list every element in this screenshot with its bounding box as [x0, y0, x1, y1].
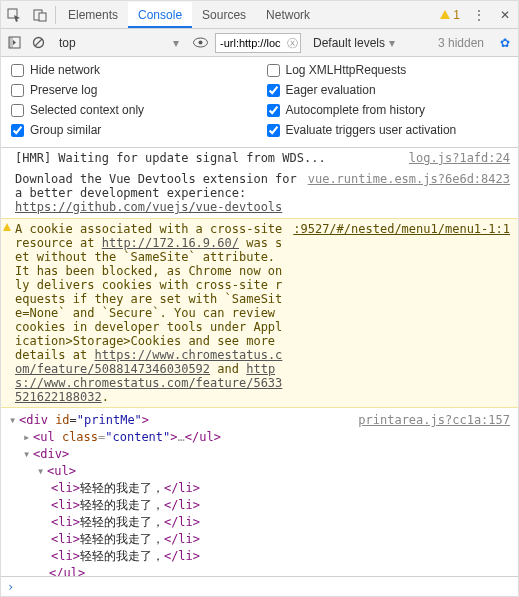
chevron-down-icon: ▾	[389, 36, 395, 50]
sidebar-toggle-icon[interactable]	[5, 34, 23, 52]
execution-context-selector[interactable]: top ▾	[59, 36, 179, 50]
source-link[interactable]: printarea.js?cc1a:157	[358, 412, 510, 429]
message-text: A cookie associated with a cross-site re…	[15, 222, 285, 404]
warning-icon	[440, 10, 450, 19]
tree-row[interactable]: </ul>	[9, 565, 510, 576]
source-link[interactable]: :9527/#/nested/menu1/menu1-1:1	[293, 222, 510, 236]
console-toolbar: top ▾ ⓧ Default levels ▾ 3 hidden ✿	[1, 29, 518, 57]
message-text: Download the Vue Devtools extension for …	[15, 172, 300, 214]
console-message-log: [HMR] Waiting for update signal from WDS…	[1, 148, 518, 169]
warning-icon	[3, 223, 11, 231]
levels-label: Default levels	[313, 36, 385, 50]
tree-row[interactable]: <li>轻轻的我走了，</li>	[9, 514, 510, 531]
hidden-messages-count[interactable]: 3 hidden	[438, 36, 484, 50]
disclosure-triangle-icon[interactable]: ▸	[23, 429, 33, 446]
filter-wrap: ⓧ	[215, 33, 301, 53]
svg-rect-2	[39, 13, 46, 21]
console-settings-panel: Hide network Log XMLHttpRequests Preserv…	[1, 57, 518, 148]
setting-hide-network[interactable]: Hide network	[11, 63, 253, 77]
chevron-down-icon: ▾	[173, 36, 179, 50]
tree-row[interactable]: ▾<div>	[9, 446, 510, 463]
log-levels-selector[interactable]: Default levels ▾	[313, 36, 395, 50]
disclosure-triangle-icon[interactable]: ▾	[9, 412, 19, 429]
message-source: vue.runtime.esm.js?6e6d:8423	[300, 172, 510, 214]
tree-row[interactable]: <li>轻轻的我走了，</li>	[9, 480, 510, 497]
tab-sources[interactable]: Sources	[192, 2, 256, 28]
disclosure-triangle-icon[interactable]: ▾	[37, 463, 47, 480]
setting-eager-eval[interactable]: Eager evaluation	[267, 83, 509, 97]
message-source: log.js?1afd:24	[401, 151, 510, 165]
tree-row[interactable]: <li>轻轻的我走了，</li>	[9, 548, 510, 565]
message-source: :9527/#/nested/menu1/menu1-1:1	[285, 222, 510, 404]
setting-eval-user-activation[interactable]: Evaluate triggers user activation	[267, 123, 509, 137]
tab-console[interactable]: Console	[128, 2, 192, 28]
inspect-icon[interactable]	[1, 2, 27, 28]
context-name: top	[59, 36, 169, 50]
clear-filter-icon[interactable]: ⓧ	[287, 36, 298, 51]
prompt-arrow-icon: ›	[7, 580, 14, 594]
tab-elements[interactable]: Elements	[58, 2, 128, 28]
gear-icon[interactable]: ✿	[496, 34, 514, 52]
setting-group-similar[interactable]: Group similar	[11, 123, 253, 137]
console-prompt[interactable]: ›	[1, 576, 518, 596]
console-message-warning: A cookie associated with a cross-site re…	[1, 218, 518, 408]
more-icon[interactable]: ⋮	[466, 2, 492, 28]
source-link[interactable]: vue.runtime.esm.js?6e6d:8423	[308, 172, 510, 186]
setting-autocomplete[interactable]: Autocomplete from history	[267, 103, 509, 117]
console-messages: [HMR] Waiting for update signal from WDS…	[1, 148, 518, 576]
source-link[interactable]: log.js?1afd:24	[409, 151, 510, 165]
clear-console-icon[interactable]	[29, 34, 47, 52]
setting-log-xhr[interactable]: Log XMLHttpRequests	[267, 63, 509, 77]
console-message-log: Download the Vue Devtools extension for …	[1, 169, 518, 218]
device-toggle-icon[interactable]	[27, 2, 53, 28]
warning-count: 1	[453, 8, 460, 22]
tab-network[interactable]: Network	[256, 2, 320, 28]
disclosure-triangle-icon[interactable]: ▾	[23, 446, 33, 463]
setting-selected-context[interactable]: Selected context only	[11, 103, 253, 117]
warning-count-badge[interactable]: 1	[440, 8, 460, 22]
message-text: [HMR] Waiting for update signal from WDS…	[15, 151, 401, 165]
svg-rect-4	[9, 37, 13, 48]
svg-line-6	[35, 39, 42, 46]
svg-point-8	[198, 41, 202, 45]
live-expression-icon[interactable]	[191, 34, 209, 52]
tree-row[interactable]: ▸<ul class="content">…</ul>	[9, 429, 510, 446]
tree-row[interactable]: <li>轻轻的我走了，</li>	[9, 531, 510, 548]
close-icon[interactable]: ✕	[492, 2, 518, 28]
devtools-tabbar: Elements Console Sources Network 1 ⋮ ✕	[1, 1, 518, 29]
expanded-element-tree: printarea.js?cc1a:157 ▾<div id="printMe"…	[1, 408, 518, 576]
tree-row[interactable]: <li>轻轻的我走了，</li>	[9, 497, 510, 514]
tree-row[interactable]: ▾<ul>	[9, 463, 510, 480]
link[interactable]: https://github.com/vuejs/vue-devtools	[15, 200, 282, 214]
setting-preserve-log[interactable]: Preserve log	[11, 83, 253, 97]
link[interactable]: http://172.16.9.60/	[102, 236, 239, 250]
